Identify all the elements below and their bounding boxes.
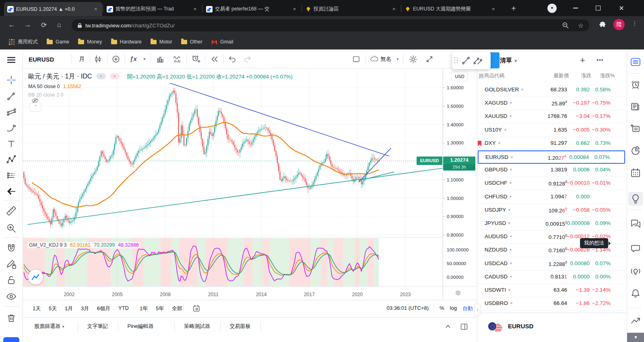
prediction-icon[interactable] bbox=[6, 170, 17, 181]
support-button-partial[interactable] bbox=[3, 337, 19, 342]
watchlist-row-USDWTI[interactable]: USDWTI63.46−1.39−2.14% bbox=[478, 284, 625, 297]
parallel-channel-tool-icon[interactable] bbox=[472, 55, 484, 66]
col-change[interactable]: 漲跌 bbox=[581, 72, 591, 79]
minimize-button[interactable] bbox=[564, 0, 587, 16]
drag-handle-icon[interactable] bbox=[452, 56, 460, 65]
sidebar-collapse-button[interactable]: ▼ bbox=[627, 333, 644, 342]
chart-settings-button[interactable] bbox=[405, 50, 421, 68]
browser-tab[interactable]: 交易者 peterfei168 — 交✕ bbox=[203, 2, 301, 16]
bottom-tab-策略測試器[interactable]: 策略測試器 bbox=[184, 323, 210, 330]
watchlist-row-XAGUSD[interactable]: XAGUSD25.894−0.197−0.75% bbox=[478, 97, 625, 110]
bookmark-star-icon[interactable]: ☆ bbox=[578, 22, 584, 29]
panel-layout-icon[interactable] bbox=[460, 323, 468, 331]
chart-style-button[interactable] bbox=[90, 50, 106, 68]
watchlist-menu-icon[interactable]: ••• bbox=[597, 57, 604, 63]
private-chat-icon[interactable] bbox=[630, 243, 641, 254]
cloud-save-button[interactable] bbox=[367, 50, 381, 68]
bookmark-item[interactable]: Motor bbox=[151, 39, 172, 45]
tab-close-icon[interactable]: ✕ bbox=[291, 7, 298, 11]
percent-scale-button[interactable]: % bbox=[440, 305, 444, 312]
go-to-date-icon[interactable] bbox=[192, 304, 201, 313]
watchlist-row-GBPUSD[interactable]: GBPUSD1.38190.00060.04% bbox=[478, 164, 625, 177]
zoom-in-icon[interactable] bbox=[6, 223, 17, 234]
layout-name-button[interactable]: 無名 bbox=[380, 50, 391, 68]
notifications-bell-icon[interactable] bbox=[630, 288, 641, 299]
log-scale-button[interactable]: log bbox=[450, 305, 457, 312]
zoom-minus-icon[interactable] bbox=[562, 22, 569, 29]
watchlist-row-CHFUSD[interactable]: CHFUSD1.09470.000 bbox=[478, 191, 625, 204]
range-button-5天[interactable]: 5天 bbox=[49, 305, 57, 312]
watchlist-row-US10Y[interactable]: US10Y1.635−0.005−0.30% bbox=[478, 124, 625, 137]
tab-search-button[interactable]: ▼ bbox=[547, 4, 557, 13]
redo-button[interactable] bbox=[239, 50, 256, 68]
tab-close-icon[interactable]: ✕ bbox=[192, 7, 198, 11]
ma-legend-row[interactable]: MA 50 close 01.15562 bbox=[28, 84, 293, 89]
compare-button[interactable] bbox=[107, 50, 124, 68]
range-button-3月[interactable]: 3月 bbox=[81, 305, 89, 312]
bookmark-item[interactable]: Game bbox=[47, 39, 69, 45]
bookmark-item[interactable]: Hardware bbox=[111, 39, 142, 45]
indicators-chevron-icon[interactable]: ▼ bbox=[140, 50, 149, 68]
chart-symbol-title[interactable]: 歐元 / 美元 · 1月 · IDC bbox=[28, 73, 92, 80]
watchlist-detail-footer[interactable]: EURUSD bbox=[477, 313, 627, 342]
xabcd-pattern-icon[interactable] bbox=[6, 154, 17, 165]
tab-close-icon[interactable]: ✕ bbox=[391, 7, 397, 11]
watchlist-row-USDCHF[interactable]: USDCHF0.91280−0.00010−0.01% bbox=[478, 177, 625, 190]
tab-close-icon[interactable]: ✕ bbox=[490, 7, 497, 11]
brush-icon[interactable] bbox=[6, 123, 17, 134]
alerts-clock-icon[interactable] bbox=[630, 79, 641, 90]
bottom-tab-交易面板[interactable]: 交易面板 bbox=[230, 323, 251, 330]
bb-legend-row[interactable]: BB 20 close 2 0 bbox=[28, 92, 293, 103]
kdj-legend[interactable]: GM_V2_KDJ 9 362.9116170.2029948.32886 bbox=[27, 242, 140, 248]
magnet-icon[interactable] bbox=[6, 243, 17, 254]
indicators-button[interactable]: ƒx bbox=[126, 50, 140, 68]
collapse-legend-button[interactable]: ⌃ bbox=[29, 103, 41, 111]
col-last[interactable]: 最新價 bbox=[554, 72, 569, 79]
menu-icon[interactable] bbox=[6, 54, 17, 66]
browser-tab[interactable]: 貨幣的想法和預測 — Trad✕ bbox=[103, 2, 202, 16]
clock[interactable]: 03:36:01 (UTC+8) bbox=[387, 305, 429, 311]
currency-button[interactable]: USD bbox=[452, 72, 468, 81]
range-button-1月[interactable]: 1月 bbox=[65, 305, 73, 312]
browser-menu-icon[interactable]: ⋮ bbox=[632, 20, 638, 27]
auto-scale-button[interactable]: 自動 bbox=[462, 305, 473, 312]
bookmark-item[interactable]: 應用程式 bbox=[9, 39, 38, 45]
range-button-YTD[interactable]: YTD bbox=[118, 305, 129, 311]
extensions-puzzle-icon[interactable] bbox=[598, 21, 606, 29]
back-arrow-icon[interactable] bbox=[6, 186, 17, 197]
public-chats-icon[interactable] bbox=[630, 218, 641, 229]
bar-state-pill[interactable]: − bbox=[96, 73, 106, 79]
watchlist-icon[interactable] bbox=[630, 57, 641, 67]
panel-expand-chevron-icon[interactable] bbox=[445, 323, 451, 330]
text-tool-icon[interactable] bbox=[6, 138, 17, 150]
back-icon[interactable]: ← bbox=[7, 21, 16, 29]
browser-tab[interactable]: 投資討論區✕ bbox=[302, 2, 400, 16]
approx-pill[interactable]: ≈ bbox=[110, 73, 120, 79]
watchlist-row-XAUUSD[interactable]: XAUUSD1768.76−3.04−0.17% bbox=[478, 110, 625, 124]
alert-button[interactable] bbox=[187, 50, 205, 68]
watchlist-row-EURUSD[interactable]: EURUSD1.202740.000840.07% bbox=[478, 150, 625, 164]
watchlist-row-USDCAD[interactable]: USDCAD1.228800.000800.07% bbox=[478, 258, 625, 271]
watchlist-row-USDJPY[interactable]: USDJPY109.260−0.058−0.05% bbox=[478, 204, 625, 217]
tab-close-icon[interactable]: ✕ bbox=[93, 7, 99, 11]
replay-button[interactable] bbox=[206, 50, 223, 68]
interval-button[interactable]: 月 bbox=[74, 50, 90, 68]
range-button-5年[interactable]: 5年 bbox=[156, 305, 164, 312]
maximize-button[interactable] bbox=[587, 0, 609, 16]
browser-tab[interactable]: EURUSD 1.20274 ▲ +0.0✕ bbox=[4, 2, 102, 16]
forward-icon[interactable]: → bbox=[23, 21, 32, 29]
symbol-button[interactable]: EURUSD bbox=[29, 50, 54, 68]
calendar-icon[interactable] bbox=[630, 168, 641, 178]
range-button-1年[interactable]: 1年 bbox=[140, 305, 148, 312]
trend-line-tool-icon[interactable] bbox=[460, 55, 472, 66]
address-bar[interactable]: tw.tradingview.com/chart/gZCTOdZu/ ☆ bbox=[72, 19, 589, 31]
watchlist-row-CADUSD[interactable]: CADUSD0.81310.00000.00% bbox=[478, 271, 625, 284]
ideas-bulb-icon[interactable] bbox=[630, 194, 641, 204]
watchlist-row-DXY[interactable]: DXY91.2970.6620.73% bbox=[478, 137, 625, 150]
browser-tab[interactable]: EURUSD 大週期趨勢簡圖✕ bbox=[402, 2, 500, 16]
bottom-tab-股票篩選器[interactable]: 股票篩選器 ▼ bbox=[34, 323, 65, 330]
gann-fib-icon[interactable] bbox=[6, 107, 17, 118]
remove-drawings-icon[interactable] bbox=[6, 313, 17, 324]
lock-drawings-icon[interactable] bbox=[6, 275, 17, 286]
crosshair-icon[interactable] bbox=[6, 74, 17, 86]
